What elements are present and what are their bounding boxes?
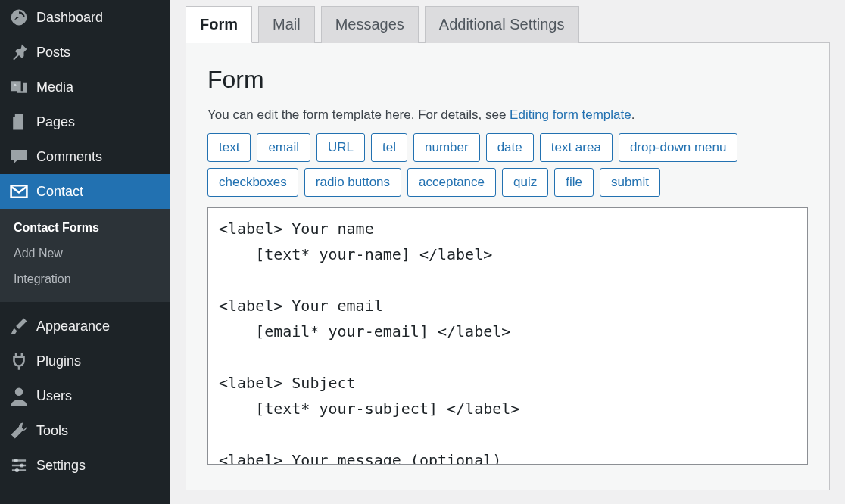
sidebar-item-plugins[interactable]: Plugins [0, 344, 170, 378]
sidebar-item-label: Settings [36, 458, 86, 474]
sidebar-submenu: Contact FormsAdd NewIntegration [0, 209, 170, 301]
editing-template-link[interactable]: Editing form template [510, 107, 631, 122]
admin-sidebar: DashboardPostsMediaPagesCommentsContactC… [0, 0, 170, 504]
tag-button-email[interactable]: email [257, 133, 310, 162]
svg-point-0 [14, 84, 16, 86]
sidebar-item-label: Dashboard [36, 10, 103, 26]
pages-icon [9, 112, 29, 132]
dashboard-icon [9, 8, 29, 27]
svg-point-3 [20, 463, 23, 467]
tabs: FormMailMessagesAdditional Settings [186, 6, 830, 43]
sidebar-item-posts[interactable]: Posts [0, 35, 170, 70]
svg-point-4 [15, 468, 19, 472]
svg-point-1 [15, 388, 23, 396]
tag-button-radio-buttons[interactable]: radio buttons [304, 168, 401, 197]
sidebar-item-contact[interactable]: Contact [0, 174, 170, 209]
tag-button-submit[interactable]: submit [600, 168, 660, 197]
sidebar-item-media[interactable]: Media [0, 70, 170, 104]
submenu-item-contact-forms[interactable]: Contact Forms [0, 215, 170, 241]
tab-mail[interactable]: Mail [258, 6, 315, 43]
tag-button-file[interactable]: file [554, 168, 594, 197]
tag-button-row: textemailURLtelnumberdatetext areadrop-d… [207, 133, 808, 197]
sidebar-item-tools[interactable]: Tools [0, 413, 170, 448]
sidebar-item-users[interactable]: Users [0, 378, 170, 413]
sidebar-item-settings[interactable]: Settings [0, 448, 170, 483]
sidebar-item-label: Plugins [36, 353, 81, 369]
panel-heading: Form [207, 66, 808, 94]
plug-icon [9, 351, 29, 371]
form-panel: Form You can edit the form template here… [186, 42, 830, 490]
sidebar-item-label: Comments [36, 149, 102, 165]
panel-description: You can edit the form template here. For… [207, 107, 808, 123]
tag-button-text-area[interactable]: text area [540, 133, 613, 162]
tag-button-number[interactable]: number [413, 133, 480, 162]
sidebar-item-label: Users [36, 388, 72, 404]
sidebar-item-comments[interactable]: Comments [0, 139, 170, 174]
media-icon [9, 77, 29, 97]
sliders-icon [9, 456, 29, 475]
user-icon [9, 386, 29, 406]
pin-icon [9, 42, 29, 62]
wrench-icon [9, 421, 29, 440]
tag-button-checkboxes[interactable]: checkboxes [207, 168, 298, 197]
svg-point-2 [14, 459, 18, 462]
sidebar-item-label: Pages [36, 114, 75, 130]
form-template-textarea[interactable] [207, 207, 808, 465]
main-content: FormMailMessagesAdditional Settings Form… [170, 0, 845, 504]
tag-button-date[interactable]: date [486, 133, 534, 162]
tag-button-text[interactable]: text [207, 133, 251, 162]
tag-button-URL[interactable]: URL [316, 133, 365, 162]
sidebar-item-label: Tools [36, 423, 68, 439]
tag-button-drop-down-menu[interactable]: drop-down menu [619, 133, 738, 162]
sidebar-item-dashboard[interactable]: Dashboard [0, 0, 170, 35]
tag-button-tel[interactable]: tel [371, 133, 407, 162]
tag-button-acceptance[interactable]: acceptance [407, 168, 496, 197]
submenu-item-add-new[interactable]: Add New [0, 241, 170, 266]
sidebar-item-appearance[interactable]: Appearance [0, 309, 170, 344]
tab-additional-settings[interactable]: Additional Settings [425, 6, 579, 43]
sidebar-item-label: Posts [36, 45, 70, 61]
tab-form[interactable]: Form [186, 6, 252, 43]
tab-messages[interactable]: Messages [321, 6, 419, 43]
tag-button-quiz[interactable]: quiz [502, 168, 548, 197]
sidebar-item-label: Appearance [36, 319, 110, 334]
mail-icon [9, 182, 29, 201]
sidebar-item-label: Media [36, 79, 73, 95]
sidebar-item-label: Contact [36, 184, 83, 200]
brush-icon [9, 316, 29, 336]
comment-icon [9, 147, 29, 166]
sidebar-item-pages[interactable]: Pages [0, 104, 170, 139]
submenu-item-integration[interactable]: Integration [0, 266, 170, 292]
